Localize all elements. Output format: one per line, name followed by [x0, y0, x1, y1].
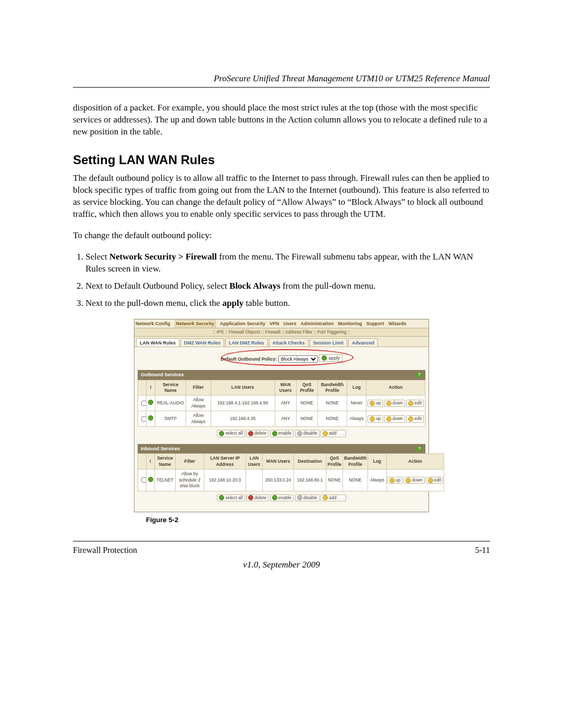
up-icon — [389, 478, 395, 483]
help-icon[interactable]: ? — [417, 446, 422, 452]
tab-advanced[interactable]: Advanced — [348, 338, 378, 347]
section-paragraph-1: The default outbound policy is to allow … — [73, 172, 490, 220]
disable-button[interactable]: disable — [295, 495, 320, 501]
nav-administration[interactable]: Administration — [301, 320, 334, 327]
outbound-table: ! Service NameFilter LAN UsersWAN Users … — [138, 380, 425, 427]
edit-button[interactable]: edit — [406, 415, 424, 422]
down-icon — [406, 478, 411, 483]
section-paragraph-2: To change the default outbound policy: — [73, 230, 490, 242]
status-icon — [148, 415, 153, 421]
up-icon — [370, 416, 375, 422]
step-1: Select Network Security > Firewall from … — [85, 251, 490, 275]
status-icon — [148, 400, 153, 405]
figure-caption: Figure 5-2 — [146, 515, 490, 525]
row-checkbox[interactable] — [141, 401, 146, 406]
policy-label: Default Outbound Policy: — [221, 356, 277, 362]
status-icon — [148, 477, 153, 482]
up-button[interactable]: up — [368, 415, 383, 422]
enable-button[interactable]: enable — [270, 495, 294, 501]
footer-right: 5-11 — [475, 545, 490, 556]
edit-icon — [428, 478, 433, 483]
sub-nav: :: IPS :: Firewall Objects :: Firewall :… — [134, 328, 429, 337]
top-nav: Network Config Network Security Applicat… — [134, 319, 429, 328]
select-all-button[interactable]: select all — [217, 430, 244, 437]
footer-version: v1.0, September 2009 — [73, 559, 490, 571]
down-icon — [386, 416, 391, 422]
nav-network-config[interactable]: Network Config — [136, 320, 170, 327]
edit-button[interactable]: edit — [426, 477, 444, 484]
firewall-screenshot: Network Config Network Security Applicat… — [134, 319, 429, 512]
nav-vpn[interactable]: VPN — [270, 320, 279, 327]
steps-list: Select Network Security > Firewall from … — [85, 251, 490, 310]
edit-icon — [408, 416, 413, 422]
section-heading: Setting LAN WAN Rules — [73, 152, 490, 168]
enable-button[interactable]: enable — [270, 430, 294, 437]
select-all-button[interactable]: select all — [217, 495, 244, 501]
footer-left: Firewall Protection — [73, 545, 137, 556]
step-2: Next to Default Outbound Policy, select … — [85, 280, 490, 292]
add-icon — [323, 495, 328, 500]
inbound-services-header: Inbound Services ? — [138, 444, 425, 453]
disable-button[interactable]: disable — [295, 430, 320, 437]
table-row: TELNETAllow by schedule 2 else block 192… — [138, 470, 444, 491]
manual-title: ProSecure Unified Threat Management UTM1… — [73, 73, 490, 88]
help-icon[interactable]: ? — [417, 372, 422, 378]
row-checkbox[interactable] — [141, 416, 146, 422]
add-icon — [323, 431, 328, 436]
apply-button[interactable]: apply — [319, 354, 342, 362]
nav-users[interactable]: Users — [284, 320, 297, 327]
delete-icon — [248, 431, 253, 436]
disable-icon — [297, 431, 302, 436]
tab-attack-checks[interactable]: Attack Checks — [269, 338, 309, 347]
enable-icon — [272, 431, 277, 436]
delete-button[interactable]: delete — [246, 430, 268, 437]
outbound-button-row: select all delete enable disable add . .… — [138, 430, 425, 438]
edit-button[interactable]: edit — [406, 400, 424, 406]
check-icon — [219, 431, 224, 436]
tab-lan-dmz-rules[interactable]: LAN DMZ Rules — [225, 338, 268, 347]
intro-paragraph: disposition of a packet. For example, yo… — [73, 102, 490, 138]
enable-icon — [272, 495, 277, 500]
disable-icon — [297, 495, 302, 500]
down-button[interactable]: down — [384, 400, 405, 406]
up-button[interactable]: up — [368, 400, 383, 406]
outbound-services-header: Outbound Services ? — [138, 370, 425, 379]
add-button[interactable]: add . . . — [321, 430, 346, 437]
default-outbound-policy-row: Default Outbound Policy: Block Always ap… — [138, 354, 425, 363]
inbound-table: ! Service NameFilter LAN Server IP Addre… — [138, 453, 444, 491]
tab-row: LAN WAN Rules DMZ WAN Rules LAN DMZ Rule… — [134, 337, 429, 347]
tab-dmz-wan-rules[interactable]: DMZ WAN Rules — [180, 338, 224, 347]
nav-support[interactable]: Support — [366, 320, 385, 327]
nav-application-security[interactable]: Application Security — [220, 320, 265, 327]
delete-icon — [248, 495, 253, 500]
up-icon — [370, 401, 375, 406]
step-3: Next to the pull-down menu, click the ap… — [85, 298, 490, 310]
inbound-button-row: select all delete enable disable add . .… — [138, 495, 425, 502]
tab-lan-wan-rules[interactable]: LAN WAN Rules — [136, 338, 179, 347]
check-icon — [219, 495, 224, 500]
tab-session-limit[interactable]: Session Limit — [310, 338, 348, 347]
check-icon — [322, 355, 327, 361]
down-button[interactable]: down — [384, 415, 405, 422]
table-row: SMTPAllow Always 192.168.4.35ANY NONENON… — [138, 411, 425, 427]
down-icon — [386, 401, 391, 406]
nav-wizards[interactable]: Wizards — [388, 320, 406, 327]
down-button[interactable]: down — [403, 477, 424, 484]
up-button[interactable]: up — [387, 477, 402, 484]
policy-select[interactable]: Block Always — [278, 355, 318, 363]
table-row: REAL-AUDIOAllow Always 192.168.4.1-192.1… — [138, 396, 425, 411]
nav-network-security[interactable]: Network Security — [175, 320, 216, 327]
edit-icon — [408, 401, 413, 406]
add-button[interactable]: add . . . — [321, 495, 346, 501]
nav-monitoring[interactable]: Monitoring — [338, 320, 362, 327]
page-footer: Firewall Protection 5-11 — [73, 541, 490, 556]
delete-button[interactable]: delete — [246, 495, 268, 501]
row-checkbox[interactable] — [141, 477, 146, 483]
